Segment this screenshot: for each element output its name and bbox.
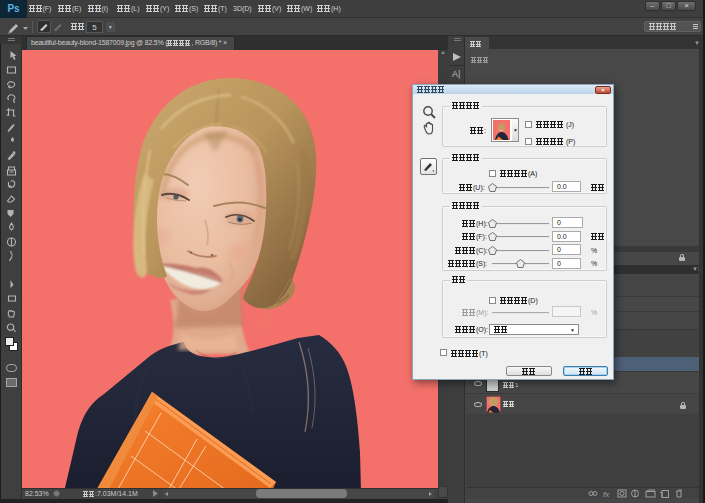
- svg-text:fx: fx: [603, 490, 610, 498]
